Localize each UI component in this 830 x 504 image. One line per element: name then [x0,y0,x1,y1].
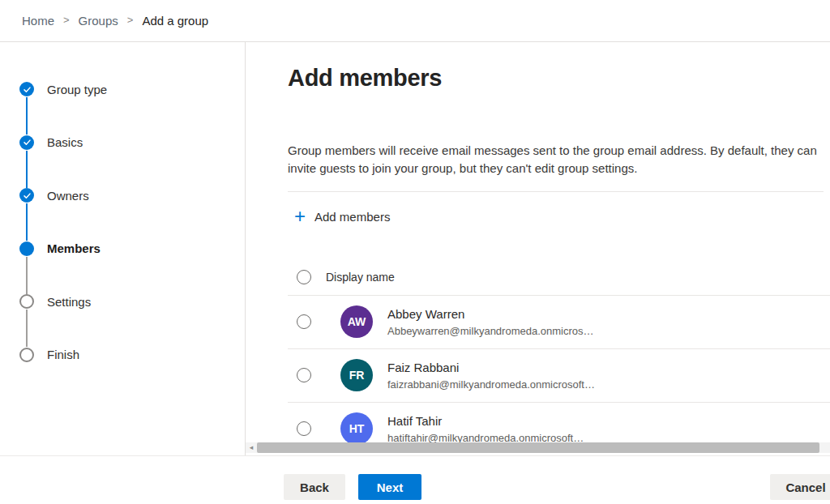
step-connector [26,310,28,347]
step-status-icon [19,135,34,150]
members-description: Group members will receive email message… [288,142,830,177]
back-button[interactable]: Back [284,474,345,500]
add-members-panel: Add members Group members will receive e… [246,42,830,455]
check-icon [23,85,32,94]
member-email: faizrabbani@milkyandromeda.onmicrosoft… [387,378,595,391]
chevron-right-icon: > [127,14,134,26]
member-list-header: Display name [288,260,830,296]
member-email: Abbeywarren@milkyandromeda.onmicros… [387,324,594,338]
step-status-icon [19,348,34,362]
step-label: Members [47,241,101,255]
member-row[interactable]: AW Abbey Warren Abbeywarren@milkyandrome… [288,296,830,349]
page-title: Add members [288,65,830,92]
step-connector [26,203,28,241]
avatar: AW [340,305,373,338]
wizard-step-members[interactable]: Members [19,241,101,256]
member-list: AW Abbey Warren Abbeywarren@milkyandrome… [288,296,830,456]
plus-icon: + [294,207,306,226]
divider [288,191,824,192]
next-button[interactable]: Next [358,474,421,500]
add-members-button[interactable]: + Add members [288,203,417,231]
breadcrumb: Home > Groups > Add a group [0,0,830,42]
step-connector [26,257,28,294]
chevron-right-icon: > [63,14,70,26]
check-icon [23,138,32,147]
member-select-radio[interactable] [297,368,311,382]
step-status-icon [19,241,34,256]
scrollbar-thumb[interactable] [257,442,819,453]
display-name-column-header: Display name [326,271,395,284]
wizard-footer: Back Next Cancel [0,455,830,504]
breadcrumb-groups-link[interactable]: Groups [79,14,118,28]
step-status-icon [19,188,34,203]
member-name: Hatif Tahir [387,413,584,429]
wizard-step-basics[interactable]: Basics [19,135,83,150]
step-label: Owners [47,189,89,203]
scrollbar-left-arrow-icon[interactable]: ◂ [246,442,257,453]
breadcrumb-home-link[interactable]: Home [22,14,54,28]
member-name: Faiz Rabbani [387,360,595,375]
step-connector [26,151,28,188]
step-label: Finish [47,348,79,361]
step-label: Basics [47,135,83,149]
cancel-button[interactable]: Cancel [770,474,830,500]
step-label: Group type [47,83,107,96]
select-all-radio[interactable] [297,270,311,284]
horizontal-scrollbar[interactable]: ◂ [246,442,830,453]
step-connector [26,97,28,135]
avatar: FR [340,359,373,391]
check-icon [23,191,32,200]
member-select-radio[interactable] [297,421,311,436]
member-row[interactable]: FR Faiz Rabbani faizrabbani@milkyandrome… [288,349,830,403]
wizard-step-owners[interactable]: Owners [19,188,89,203]
member-name: Abbey Warren [387,306,594,322]
breadcrumb-current-page: Add a group [142,14,208,28]
step-status-icon [19,82,34,96]
wizard-step-group-type[interactable]: Group type [19,82,107,96]
add-members-button-label: Add members [314,210,390,224]
wizard-stepper: Group type Basics Owners Members Setting [0,42,246,455]
wizard-step-settings: Settings [19,294,91,309]
member-select-radio[interactable] [297,314,311,329]
step-status-icon [19,294,34,309]
step-label: Settings [47,295,91,309]
avatar: HT [340,412,373,445]
wizard-step-finish: Finish [19,348,79,362]
